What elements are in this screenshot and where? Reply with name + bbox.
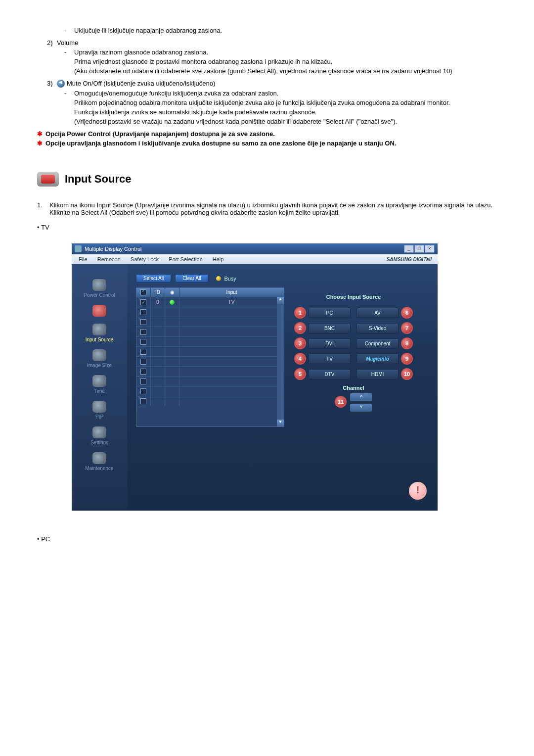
source-button-pc[interactable]: PC bbox=[309, 308, 351, 318]
sidebar-item-image-size[interactable]: Image Size bbox=[72, 349, 127, 368]
row-checkbox[interactable] bbox=[140, 299, 146, 305]
source-button-bnc[interactable]: BNC bbox=[309, 323, 351, 333]
sidebar: Power ControlInput SourceImage SizeTimeP… bbox=[72, 264, 127, 509]
table-row[interactable] bbox=[136, 307, 284, 317]
row-checkbox[interactable] bbox=[140, 369, 146, 375]
sidebar-item-settings[interactable]: Settings bbox=[72, 426, 127, 445]
row-checkbox[interactable] bbox=[140, 319, 146, 325]
source-button-dtv[interactable]: DTV bbox=[309, 369, 351, 379]
badge-8: 8 bbox=[401, 337, 413, 349]
minimize-button[interactable]: _ bbox=[404, 245, 414, 253]
table-row[interactable] bbox=[136, 366, 284, 376]
channel-label: Channel bbox=[294, 385, 413, 391]
table-row[interactable]: 0 TV bbox=[136, 297, 284, 307]
dash-marker: - bbox=[64, 27, 74, 34]
row-checkbox[interactable] bbox=[140, 378, 146, 384]
item-line: (Ako odustanete od odabira ili odaberete… bbox=[64, 67, 504, 75]
window-title: Multiple Display Control bbox=[85, 246, 142, 252]
source-button-component[interactable]: Component bbox=[356, 338, 399, 349]
row-checkbox[interactable] bbox=[140, 349, 146, 355]
badge-2: 2 bbox=[294, 322, 306, 334]
row-checkbox[interactable] bbox=[140, 309, 146, 315]
intro-text-2: Kliknite na Select All (Odaberi sve) ili… bbox=[49, 209, 340, 216]
source-dtv: 5DTV bbox=[294, 368, 351, 380]
item-line: Prima vrijednost glasnoće iz postavki mo… bbox=[64, 58, 504, 65]
source-button-s-video[interactable]: S-Video bbox=[356, 323, 399, 333]
table-row[interactable] bbox=[136, 336, 284, 346]
row-checkbox[interactable] bbox=[140, 339, 146, 345]
row-checkbox[interactable] bbox=[140, 388, 146, 394]
badge-4: 4 bbox=[294, 353, 306, 365]
item-title: Volume bbox=[57, 39, 78, 47]
row-checkbox[interactable] bbox=[140, 329, 146, 335]
sidebar-item-pip[interactable]: PIP bbox=[72, 401, 127, 420]
source-component: Component8 bbox=[356, 337, 413, 349]
info-icon[interactable] bbox=[409, 482, 427, 500]
row-checkbox[interactable] bbox=[140, 359, 146, 365]
clear-all-button[interactable]: Clear All bbox=[175, 274, 208, 283]
sidebar-item-time[interactable]: Time bbox=[72, 375, 127, 394]
scroll-down-button[interactable]: ▼ bbox=[277, 420, 284, 426]
badge-6: 6 bbox=[401, 307, 413, 319]
star-note: ✱Opcija Power Control (Upravljanje napaj… bbox=[37, 130, 504, 138]
table-row[interactable] bbox=[136, 356, 284, 366]
vertical-scrollbar[interactable]: ▲ ▼ bbox=[277, 297, 284, 426]
row-checkbox[interactable] bbox=[140, 398, 146, 404]
maximize-button[interactable]: □ bbox=[414, 245, 424, 253]
source-pc: 1PC bbox=[294, 307, 351, 319]
source-av: AV6 bbox=[356, 307, 413, 319]
channel-badge-11: 11 bbox=[335, 396, 347, 408]
status-icon bbox=[170, 300, 175, 305]
close-button[interactable]: × bbox=[425, 245, 435, 253]
sidebar-item-icon[interactable] bbox=[72, 305, 127, 317]
source-button-dvi[interactable]: DVI bbox=[309, 338, 351, 349]
power-desc-text: Uključuje ili isključuje napajanje odabr… bbox=[74, 27, 222, 34]
source-s-video: S-Video7 bbox=[356, 322, 413, 334]
item-line: -Omogućuje/onemogućuje funkciju isključe… bbox=[64, 90, 504, 97]
badge-7: 7 bbox=[401, 322, 413, 334]
menu-remocon[interactable]: Remocon bbox=[92, 256, 126, 262]
item-line: Funkcija isključenja zvuka se automatski… bbox=[64, 108, 504, 116]
row-id: 0 bbox=[151, 297, 165, 307]
star-icon: ✱ bbox=[37, 140, 43, 147]
source-button-hdmi[interactable]: HDMI bbox=[356, 369, 399, 379]
menu-help[interactable]: Help bbox=[208, 256, 229, 262]
source-magicinfo: MagicInfo9 bbox=[356, 353, 413, 365]
source-tv: 4TV bbox=[294, 353, 351, 365]
table-row[interactable] bbox=[136, 327, 284, 336]
list-item: 3)Mute On/Off (Isključenje zvuka uključe… bbox=[47, 80, 504, 88]
power-desc-line: - Uključuje ili isključuje napajanje oda… bbox=[64, 27, 504, 34]
col-status[interactable]: ◉ bbox=[165, 288, 179, 297]
channel-down-button[interactable]: ᴠ bbox=[350, 403, 372, 412]
app-window: Multiple Display Control _ □ × FileRemoc… bbox=[72, 243, 438, 511]
table-row[interactable] bbox=[136, 317, 284, 327]
intro-list: 1. Klikom na ikonu Input Source (Upravlj… bbox=[37, 201, 504, 216]
item-title: Mute On/Off (Isključenje zvuka uključeno… bbox=[67, 80, 215, 88]
sidebar-item-input-source[interactable]: Input Source bbox=[72, 324, 127, 342]
bullet-tv: • TV bbox=[37, 224, 504, 231]
channel-up-button[interactable]: ᴧ bbox=[350, 393, 372, 402]
table-row[interactable] bbox=[136, 396, 284, 406]
sidebar-item-maintenance[interactable]: Maintenance bbox=[72, 452, 127, 471]
scroll-up-button[interactable]: ▲ bbox=[277, 297, 284, 304]
menu-safety-lock[interactable]: Safety Lock bbox=[126, 256, 164, 262]
sidebar-item-power-control[interactable]: Power Control bbox=[72, 279, 127, 298]
badge-1: 1 bbox=[294, 307, 306, 319]
col-input[interactable]: Input bbox=[179, 288, 284, 297]
table-row[interactable] bbox=[136, 346, 284, 356]
source-bnc: 2BNC bbox=[294, 322, 351, 334]
select-all-button[interactable]: Select All bbox=[136, 274, 171, 283]
table-row[interactable] bbox=[136, 376, 284, 386]
table-row[interactable] bbox=[136, 386, 284, 396]
source-button-tv[interactable]: TV bbox=[309, 354, 351, 364]
menu-port-selection[interactable]: Port Selection bbox=[164, 256, 207, 262]
menu-file[interactable]: File bbox=[74, 256, 92, 262]
source-button-magicinfo[interactable]: MagicInfo bbox=[356, 354, 399, 364]
input-source-icon bbox=[37, 172, 59, 187]
col-checkbox[interactable] bbox=[136, 288, 151, 297]
badge-3: 3 bbox=[294, 337, 306, 349]
col-id[interactable]: ID bbox=[151, 288, 165, 297]
item-line: -Upravlja razinom glasnoće odabranog zas… bbox=[64, 48, 504, 56]
section-title: Input Source bbox=[65, 173, 131, 186]
source-button-av[interactable]: AV bbox=[356, 308, 399, 318]
